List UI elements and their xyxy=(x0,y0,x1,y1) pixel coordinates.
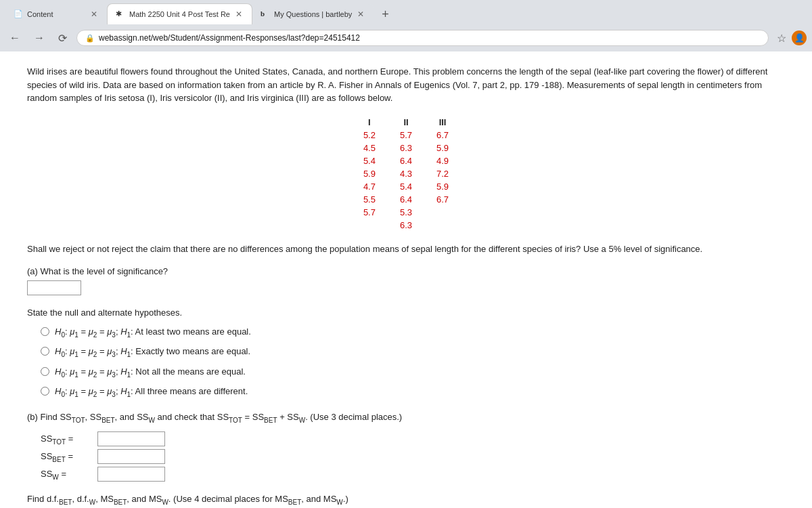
table-row: 4.5 6.3 5.9 xyxy=(351,142,461,154)
address-bar[interactable]: 🔒 webassign.net/web/Student/Assignment-R… xyxy=(76,30,769,46)
cell-II-5: 5.4 xyxy=(388,180,424,193)
cell-I-4: 5.9 xyxy=(351,167,388,180)
cell-III-2: 5.9 xyxy=(424,142,461,154)
col-header-II: II xyxy=(388,116,424,129)
find-df-label: Find d.f.BET, d.f.W, MSBET, and MSW. (Us… xyxy=(27,492,785,507)
ssw-input[interactable] xyxy=(97,467,165,482)
table-row: 5.2 5.7 6.7 xyxy=(351,129,461,142)
cell-II-1: 5.7 xyxy=(388,129,424,142)
hypothesis-text-1: H0: μ1 = μ2 = μ3; H1: At least two means… xyxy=(55,325,251,340)
hypothesis-radio-2[interactable] xyxy=(41,347,49,356)
profile-button[interactable]: 👤 xyxy=(792,30,807,45)
cell-I-7: 5.7 xyxy=(351,206,388,219)
tab-math[interactable]: ✱ Math 2250 Unit 4 Post Test Re ✕ xyxy=(107,3,252,24)
lock-icon: 🔒 xyxy=(85,34,95,43)
hypothesis-radio-4[interactable] xyxy=(41,387,49,396)
find-df-section: Find d.f.BET, d.f.W, MSBET, and MSW. (Us… xyxy=(27,492,785,508)
cell-II-8: 6.3 xyxy=(388,219,424,232)
hypothesis-radio-3[interactable] xyxy=(41,367,49,376)
cell-II-7: 5.3 xyxy=(388,206,424,219)
address-bar-row: ← → ⟳ 🔒 webassign.net/web/Student/Assign… xyxy=(0,24,812,51)
cell-III-3: 4.9 xyxy=(424,154,461,167)
tab-content-title: Content xyxy=(27,10,85,18)
cell-II-6: 6.4 xyxy=(388,193,424,206)
ssbet-label: SSBET = xyxy=(41,451,95,463)
cell-I-1: 5.2 xyxy=(351,129,388,142)
sstot-input[interactable] xyxy=(97,431,165,446)
col-header-III: III xyxy=(424,116,461,129)
cell-I-5: 4.7 xyxy=(351,180,388,193)
hypothesis-option-3: H0: μ1 = μ2 = μ3; H1: Not all the means … xyxy=(41,365,785,380)
problem-intro: Wild irises are beautiful flowers found … xyxy=(27,65,785,105)
cell-III-5: 5.9 xyxy=(424,180,461,193)
cell-III-8 xyxy=(424,219,461,232)
table-row: 5.4 6.4 4.9 xyxy=(351,154,461,167)
back-button[interactable]: ← xyxy=(5,30,24,45)
forward-button[interactable]: → xyxy=(30,30,49,45)
tab-bartleby-close[interactable]: ✕ xyxy=(356,8,365,20)
hypothesis-text-2: H0: μ1 = μ2 = μ3; H1: Exactly two means … xyxy=(55,345,250,360)
tab-content-close[interactable]: ✕ xyxy=(89,8,99,20)
part-a-label: (a) What is the level of significance? xyxy=(27,266,785,276)
main-question: Shall we reject or not reject the claim … xyxy=(27,242,785,256)
tab-bartleby-favicon: b xyxy=(261,9,270,19)
ssbet-input[interactable] xyxy=(97,449,165,464)
browser-chrome: 📄 Content ✕ ✱ Math 2250 Unit 4 Post Test… xyxy=(0,0,812,51)
sstot-row: SSTOT = xyxy=(41,431,785,446)
hypotheses-radio-group: H0: μ1 = μ2 = μ3; H1: At least two means… xyxy=(41,325,785,400)
page-content: Wild irises are beautiful flowers found … xyxy=(0,51,812,508)
hypothesis-radio-1[interactable] xyxy=(41,327,49,336)
tab-bartleby[interactable]: b My Questions | bartleby ✕ xyxy=(252,4,374,24)
cell-III-1: 6.7 xyxy=(424,129,461,142)
cell-I-3: 5.4 xyxy=(351,154,388,167)
cell-III-6: 6.7 xyxy=(424,193,461,206)
hypothesis-option-4: H0: μ1 = μ2 = μ3; H1: All three means ar… xyxy=(41,385,785,400)
tab-content-favicon: 📄 xyxy=(14,9,23,19)
ssw-label: SSW = xyxy=(41,469,95,481)
level-of-significance-input[interactable] xyxy=(27,280,81,295)
table-row: 5.7 5.3 xyxy=(351,206,461,219)
tab-math-favicon: ✱ xyxy=(116,9,125,19)
table-row: 5.9 4.3 7.2 xyxy=(351,167,461,180)
sstot-label: SSTOT = xyxy=(41,433,95,446)
hypothesis-text-3: H0: μ1 = μ2 = μ3; H1: Not all the means … xyxy=(55,365,246,380)
new-tab-button[interactable]: + xyxy=(376,5,394,24)
cell-I-6: 5.5 xyxy=(351,193,388,206)
col-header-I: I xyxy=(351,116,388,129)
cell-II-4: 4.3 xyxy=(388,167,424,180)
cell-I-8 xyxy=(351,219,388,232)
tab-math-close[interactable]: ✕ xyxy=(234,8,244,20)
tab-bar: 📄 Content ✕ ✱ Math 2250 Unit 4 Post Test… xyxy=(0,0,812,24)
ssbet-row: SSBET = xyxy=(41,449,785,464)
hypotheses-label: State the null and alternate hypotheses. xyxy=(27,306,785,320)
hypothesis-text-4: H0: μ1 = μ2 = μ3; H1: All three means ar… xyxy=(55,385,248,400)
cell-I-2: 4.5 xyxy=(351,142,388,154)
cell-III-7 xyxy=(424,206,461,219)
table-row: 5.5 6.4 6.7 xyxy=(351,193,461,206)
table-row: 4.7 5.4 5.9 xyxy=(351,180,461,193)
part-b-label: (b) Find SSTOT, SSBET, and SSW and check… xyxy=(27,410,785,425)
cell-III-4: 7.2 xyxy=(424,167,461,180)
data-table: I II III 5.2 5.7 6.7 4.5 6.3 5.9 5.4 xyxy=(27,116,785,232)
tab-bartleby-title: My Questions | bartleby xyxy=(274,10,352,18)
hypothesis-option-2: H0: μ1 = μ2 = μ3; H1: Exactly two means … xyxy=(41,345,785,360)
table-row: 6.3 xyxy=(351,219,461,232)
part-b: (b) Find SSTOT, SSBET, and SSW and check… xyxy=(27,410,785,482)
cell-II-3: 6.4 xyxy=(388,154,424,167)
part-a: (a) What is the level of significance? xyxy=(27,266,785,295)
tab-math-title: Math 2250 Unit 4 Post Test Re xyxy=(129,10,230,18)
cell-II-2: 6.3 xyxy=(388,142,424,154)
hypothesis-option-1: H0: μ1 = μ2 = μ3; H1: At least two means… xyxy=(41,325,785,340)
address-text: webassign.net/web/Student/Assignment-Res… xyxy=(99,33,760,43)
hypotheses-section: State the null and alternate hypotheses.… xyxy=(27,306,785,400)
ss-inputs-group: SSTOT = SSBET = SSW = xyxy=(41,431,785,482)
ssw-row: SSW = xyxy=(41,467,785,482)
browser-actions: ☆ 👤 xyxy=(774,30,807,46)
bookmark-button[interactable]: ☆ xyxy=(774,30,789,46)
refresh-button[interactable]: ⟳ xyxy=(54,30,71,46)
tab-content[interactable]: 📄 Content ✕ xyxy=(5,4,107,24)
